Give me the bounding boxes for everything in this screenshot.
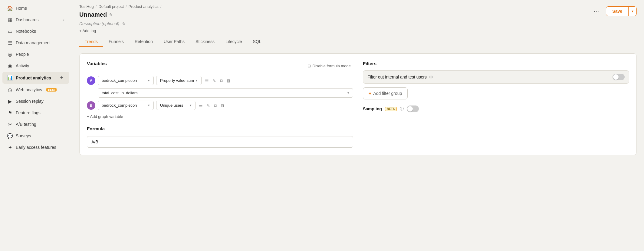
sub-var-select[interactable]: total_cost_in_dollars ▾ — [98, 88, 353, 98]
sidebar-item-ab-testing[interactable]: ✂ A/B testing — [2, 119, 69, 130]
early-access-icon: ✦ — [7, 145, 13, 150]
sidebar-label-data-management: Data management — [16, 40, 51, 45]
event-select-b[interactable]: bedrock_completion ▾ — [98, 101, 154, 110]
tab-retention[interactable]: Retention — [129, 37, 158, 47]
aggregation-select-a-chevron: ▾ — [196, 79, 198, 82]
breadcrumb-section[interactable]: Product analytics — [129, 4, 159, 9]
header: TestHog / Default project / Product anal… — [72, 0, 644, 47]
event-select-b-chevron: ▾ — [148, 103, 150, 107]
save-dropdown-button[interactable]: ▾ — [628, 7, 636, 16]
dashboards-icon: ▦ — [7, 17, 13, 22]
filter-toggle[interactable] — [613, 74, 625, 80]
sidebar: 🏠 Home ▦ Dashboards › ▭ Notebooks ☰ Data… — [0, 0, 72, 251]
sidebar-item-web-analytics[interactable]: ◷ Web analytics BETA — [2, 84, 69, 95]
formula-mode-button[interactable]: ⊞ Disable formula mode — [305, 62, 353, 69]
aggregation-select-b-value: Unique users — [160, 103, 183, 108]
more-options-button[interactable]: ··· — [590, 6, 603, 17]
people-icon: ◎ — [7, 52, 13, 57]
title-left: TestHog / Default project / Product anal… — [79, 4, 161, 18]
formula-input[interactable] — [87, 136, 353, 148]
add-filter-group-label: Add filter group — [373, 91, 402, 96]
sidebar-item-surveys[interactable]: 💬 Surveys — [2, 130, 69, 141]
notebooks-icon: ▭ — [7, 28, 13, 34]
variable-badge-b: B — [87, 101, 95, 110]
edit-icon-a[interactable]: ✎ — [212, 77, 217, 84]
sidebar-label-dashboards: Dashboards — [16, 17, 39, 22]
filter-icon-a[interactable]: ☰ — [204, 77, 210, 84]
tab-user-paths[interactable]: User Paths — [158, 37, 190, 47]
add-variable-button[interactable]: + Add graph variable — [87, 113, 353, 120]
aggregation-select-a[interactable]: Property value sum ▾ — [156, 76, 202, 85]
filter-out-label: Filter out internal and test users — [367, 75, 427, 79]
breadcrumb: TestHog / Default project / Product anal… — [79, 4, 161, 9]
breadcrumb-project[interactable]: Default project — [98, 4, 124, 9]
feature-flags-icon: ⚑ — [7, 110, 13, 115]
breadcrumb-org[interactable]: TestHog — [79, 4, 94, 9]
variable-badge-a: A — [87, 76, 95, 85]
activity-icon: ◉ — [7, 63, 13, 69]
delete-icon-b[interactable]: 🗑 — [219, 102, 225, 109]
sidebar-item-dashboards[interactable]: ▦ Dashboards › — [2, 14, 69, 25]
sub-variable-row: total_cost_in_dollars ▾ — [98, 88, 353, 98]
filter-label: Filter out internal and test users ⚙ — [367, 75, 433, 79]
aggregation-select-b-chevron: ▾ — [190, 103, 192, 107]
right-section: Filters Filter out internal and test use… — [363, 61, 629, 148]
sidebar-item-early-access[interactable]: ✦ Early access features — [2, 142, 69, 153]
edit-description-icon[interactable]: ✎ — [122, 22, 125, 26]
save-button[interactable]: Save — [606, 7, 628, 16]
title-actions: ··· Save ▾ — [590, 6, 637, 17]
event-select-a-value: bedrock_completion — [102, 78, 137, 83]
edit-icon-b[interactable]: ✎ — [205, 102, 211, 109]
sampling-toggle[interactable] — [407, 105, 419, 112]
tab-stickiness[interactable]: Stickiness — [190, 37, 220, 47]
tab-sql[interactable]: SQL — [248, 37, 267, 47]
session-replay-icon: ▶ — [7, 99, 13, 104]
add-filter-group-button[interactable]: + Add filter group — [363, 87, 408, 99]
sidebar-item-product-analytics[interactable]: 📊 Product analytics + — [2, 72, 69, 84]
sidebar-label-home: Home — [16, 6, 27, 11]
variables-title: Variables — [87, 61, 107, 66]
event-select-a[interactable]: bedrock_completion ▾ — [98, 76, 154, 85]
variables-header: Variables ⊞ Disable formula mode — [87, 61, 353, 71]
filter-icon-b[interactable]: ☰ — [198, 102, 204, 109]
copy-icon-a[interactable]: ⧉ — [219, 77, 224, 84]
tabs: Trends Funnels Retention User Paths Stic… — [79, 37, 637, 47]
aggregation-select-b[interactable]: Unique users ▾ — [156, 101, 196, 110]
edit-title-icon[interactable]: ✎ — [109, 12, 113, 17]
sidebar-label-early-access: Early access features — [16, 145, 56, 150]
formula-title: Formula — [87, 126, 353, 131]
add-product-analytics-button[interactable]: + — [59, 75, 64, 81]
left-section: Variables ⊞ Disable formula mode A bedro… — [87, 61, 353, 148]
tab-funnels[interactable]: Funnels — [103, 37, 129, 47]
sidebar-item-session-replay[interactable]: ▶ Session replay — [2, 96, 69, 107]
sidebar-item-data-management[interactable]: ☰ Data management — [2, 37, 69, 48]
add-tag-button[interactable]: + Add tag — [79, 28, 637, 33]
tab-trends[interactable]: Trends — [79, 37, 103, 47]
data-management-icon: ☰ — [7, 40, 13, 45]
sidebar-item-feature-flags[interactable]: ⚑ Feature flags — [2, 107, 69, 118]
variable-a-actions: ☰ ✎ ⧉ 🗑 — [204, 77, 232, 84]
sidebar-label-feature-flags: Feature flags — [16, 110, 41, 115]
sidebar-item-home[interactable]: 🏠 Home — [2, 3, 69, 14]
chevron-icon: › — [63, 18, 64, 22]
filter-settings-icon[interactable]: ⚙ — [429, 75, 433, 79]
copy-icon-b[interactable]: ⧉ — [213, 102, 218, 109]
description-placeholder[interactable]: Description (optional) — [79, 21, 119, 26]
sidebar-item-activity[interactable]: ◉ Activity — [2, 60, 69, 71]
main-panel: Variables ⊞ Disable formula mode A bedro… — [79, 53, 637, 155]
sidebar-label-product-analytics: Product analytics — [16, 75, 51, 80]
sidebar-item-people[interactable]: ◎ People — [2, 49, 69, 60]
surveys-icon: 💬 — [7, 133, 13, 139]
content-area: Variables ⊞ Disable formula mode A bedro… — [72, 47, 644, 251]
title-row: TestHog / Default project / Product anal… — [79, 4, 637, 18]
tab-lifecycle[interactable]: Lifecycle — [220, 37, 247, 47]
web-analytics-icon: ◷ — [7, 87, 13, 92]
description-row: Description (optional) ✎ — [79, 21, 637, 26]
delete-icon-a[interactable]: 🗑 — [225, 77, 232, 84]
formula-section: Formula — [87, 126, 353, 148]
sub-var-chevron: ▾ — [347, 91, 349, 95]
variable-row-b: B bedrock_completion ▾ Unique users ▾ ☰ … — [87, 101, 353, 110]
save-button-group: Save ▾ — [606, 6, 637, 16]
sampling-info-icon[interactable]: ⓘ — [400, 106, 404, 112]
sidebar-item-notebooks[interactable]: ▭ Notebooks — [2, 26, 69, 37]
